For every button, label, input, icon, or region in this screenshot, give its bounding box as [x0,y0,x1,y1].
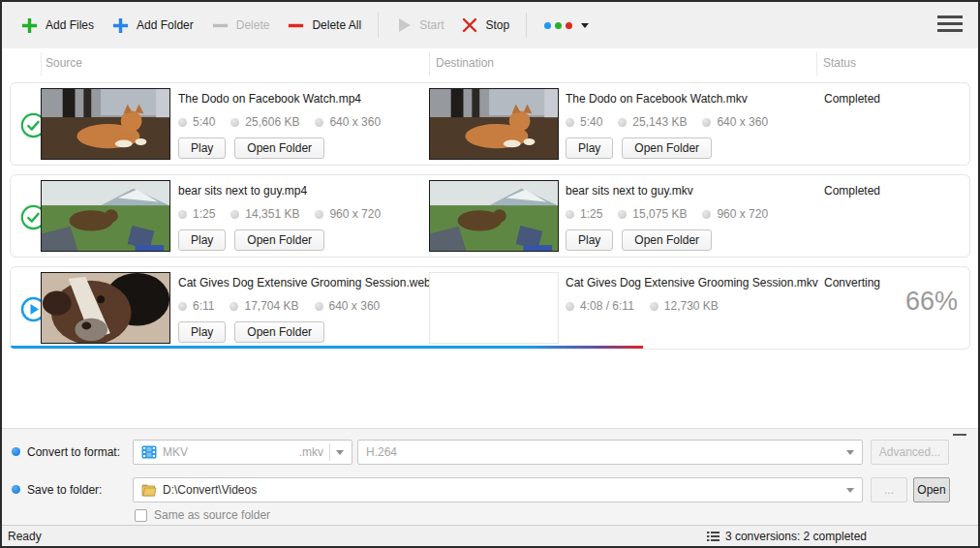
column-header-source: Source [46,56,82,70]
start-label: Start [419,18,444,32]
same-as-source-option[interactable]: Same as source folder [135,508,270,522]
destination-duration: 5:40 [580,115,602,129]
collapse-panel-handle[interactable] [953,434,966,436]
browse-button[interactable]: ... [871,477,907,502]
destination-duration: 1:25 [580,207,602,221]
open-folder-button[interactable]: Open Folder [622,229,712,251]
conversion-row[interactable]: Cat Gives Dog Extensive Grooming Session… [10,266,970,350]
save-folder-label: Save to folder: [27,483,102,497]
format-row: Convert to format: MKV .mkv H.264 Advanc… [2,440,978,465]
options-panel: Convert to format: MKV .mkv H.264 Advanc… [2,428,978,525]
dash-icon [287,16,305,35]
conversions-summary-text: 3 conversions: 2 completed [725,530,867,543]
play-button[interactable]: Play [566,229,613,251]
stop-label: Stop [485,18,509,32]
open-folder-button[interactable]: Open Folder [234,137,324,159]
chevron-down-icon [846,488,854,493]
open-folder-button[interactable]: Open Folder [234,321,324,343]
source-file-name: The Dodo on Facebook Watch.mp4 [178,83,420,106]
red-dot-icon [566,22,572,29]
source-thumbnail[interactable] [41,272,170,344]
destination-resolution: 960 x 720 [717,207,768,221]
stat-bullet-icon [315,118,323,127]
source-file-name: bear sits next to guy.mp4 [178,175,420,198]
column-header-status: Status [823,56,856,70]
stat-bullet-icon [618,210,627,219]
destination-file-name: Cat Gives Dog Extensive Grooming Session… [566,267,817,289]
progress-percent: 66% [905,287,958,317]
source-resolution: 640 x 360 [329,115,381,129]
destination-file-name: The Dodo on Facebook Watch.mkv [566,83,817,106]
stat-bullet-icon [650,302,658,311]
conversion-list: The Dodo on Facebook Watch.mp4 5:40 25,6… [2,79,978,428]
hamburger-icon [937,29,963,32]
blue-bullet-icon [12,447,20,456]
film-strip-icon [141,444,157,460]
add-folder-button[interactable]: Add Folder [103,11,202,41]
column-header-destination: Destination [436,56,494,70]
delete-all-label: Delete All [312,18,361,32]
source-resolution: 960 x 720 [329,207,381,221]
codec-select[interactable]: H.264 [357,440,863,465]
status-badge: Converting [824,276,880,289]
format-select[interactable]: MKV .mkv [133,440,352,465]
folder-icon [141,483,157,497]
open-button[interactable]: Open [913,477,950,502]
save-folder-row: Save to folder: D:\Convert\Videos ... Op… [2,477,978,502]
stat-bullet-icon [566,302,574,311]
play-button[interactable]: Play [178,321,226,343]
toolbar: Add Files Add Folder Delete Delete All S… [2,2,978,48]
source-duration: 1:25 [193,207,215,221]
codec-value: H.264 [366,445,841,459]
main-menu-button[interactable] [937,15,963,36]
conversion-progress-bar [11,346,643,349]
toolbar-separator [378,13,379,38]
green-dot-icon [555,22,562,29]
advanced-button[interactable]: Advanced... [871,440,949,465]
stop-button[interactable]: Stop [452,11,518,40]
folder-path-value: D:\Convert\Videos [163,483,841,497]
status-badge: Completed [824,92,880,106]
status-badge: Completed [824,184,880,198]
delete-all-button[interactable]: Delete All [278,11,370,41]
stat-bullet-icon [230,210,239,219]
app-window: { "colors": { "green": "#1fb02c", "blue"… [0,0,980,548]
chevron-down-icon [581,23,589,28]
conversion-row[interactable]: The Dodo on Facebook Watch.mp4 5:40 25,6… [10,82,970,166]
destination-thumbnail[interactable] [429,180,559,252]
source-duration: 6:11 [193,299,214,313]
stat-bullet-icon [178,210,187,219]
more-actions-button[interactable] [535,16,598,35]
start-button[interactable]: Start [386,11,452,40]
same-as-source-label: Same as source folder [154,508,270,522]
destination-duration: 4:08 / 6:11 [580,299,634,313]
delete-button[interactable]: Delete [202,11,279,41]
destination-thumbnail[interactable] [429,88,559,160]
open-folder-button[interactable]: Open Folder [234,229,324,251]
source-resolution: 640 x 360 [329,299,381,313]
blue-dot-icon [544,22,551,29]
stat-bullet-icon [315,210,323,219]
stat-bullet-icon [566,210,574,219]
source-thumbnail[interactable] [41,88,170,160]
conversions-summary: 3 conversions: 2 completed [707,530,867,543]
play-button[interactable]: Play [178,229,226,251]
open-folder-button[interactable]: Open Folder [622,137,712,159]
play-button[interactable]: Play [566,137,613,159]
stat-bullet-icon [702,210,711,219]
source-size: 25,606 KB [245,115,299,129]
checkbox-unchecked[interactable] [135,509,147,522]
destination-size: 15,075 KB [632,207,687,221]
add-files-button[interactable]: Add Files [12,11,103,41]
chevron-down-icon [336,450,344,455]
source-size: 14,351 KB [245,207,299,221]
folder-select[interactable]: D:\Convert\Videos [133,477,863,502]
format-extension: .mkv [299,445,323,459]
conversion-row[interactable]: bear sits next to guy.mp4 1:25 14,351 KB… [10,174,970,258]
list-icon [707,531,720,542]
destination-file-name: bear sits next to guy.mkv [566,175,817,198]
play-button[interactable]: Play [178,137,226,159]
destination-size: 25,143 KB [632,115,687,129]
source-duration: 5:40 [193,115,215,129]
source-thumbnail[interactable] [41,180,170,252]
